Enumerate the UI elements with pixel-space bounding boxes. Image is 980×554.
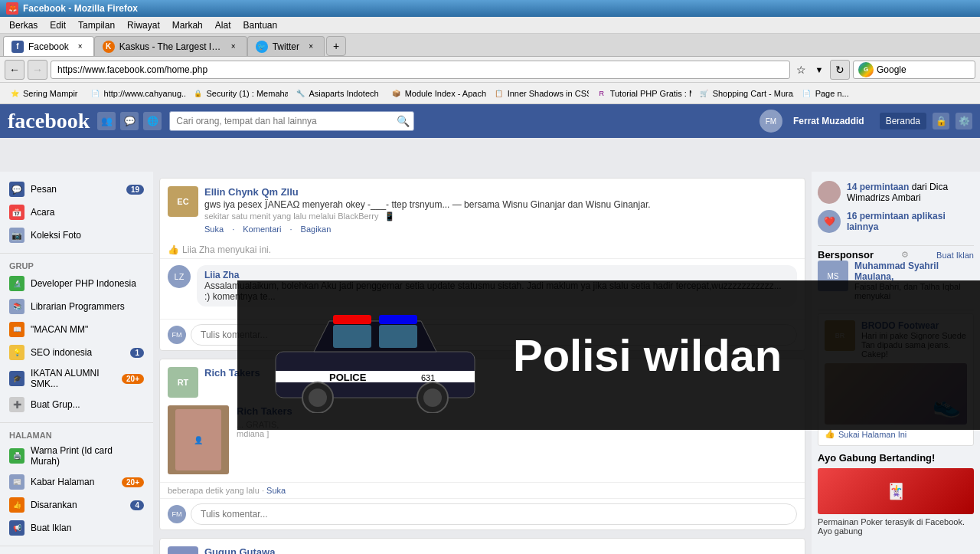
poker-text: Permainan Poker terasyik di Facebook. Ay… xyxy=(818,517,974,536)
sidebar-item-macan[interactable]: 📖 "MACAN MM" xyxy=(0,318,153,341)
bookmark-asiaparts[interactable]: 🔧 Asiaparts Indotech xyxy=(291,87,384,100)
sidebar-item-alumni[interactable]: 🎓 IKATAN ALUMNI SMK... 20+ xyxy=(0,364,153,393)
post-rich-time: beberapa detik yang lalu · Suka xyxy=(160,482,805,498)
sidebar-item-dev-php[interactable]: 🔬 Developer PHP Indonesia xyxy=(0,272,153,295)
post-action-separator2: · xyxy=(289,225,292,234)
fb-gear-icon[interactable]: ⚙️ xyxy=(956,113,972,129)
sidebar-label-seo: SEO indonesia xyxy=(31,347,92,358)
fb-messages-icon[interactable]: 💬 xyxy=(120,112,139,130)
bookmark-module-index[interactable]: 📦 Module Index - Apach... xyxy=(387,87,486,100)
post-image-rich: 👤 xyxy=(168,405,229,474)
menu-edit[interactable]: Edit xyxy=(44,18,72,32)
fb-lock-icon[interactable]: 🔒 xyxy=(933,113,949,129)
post-meta-gugun: Gugun Gutawa (_`)ck!..(_`)ck!.. xyxy=(204,546,797,554)
sidebar-item-buat-iklan[interactable]: 📢 Buat Iklan xyxy=(0,516,153,539)
sidebar-icon-librarian: 📚 xyxy=(9,299,24,314)
post-action-suka[interactable]: Suka xyxy=(204,225,224,234)
tab-close-facebook[interactable]: × xyxy=(75,41,86,52)
fb-user-name[interactable]: Ferrat Muzaddid xyxy=(793,116,864,126)
bookmark-security[interactable]: 🔒 Security (1) : Memaha... xyxy=(188,87,288,100)
bookmark-label-shopping: Shopping Cart - Mura... xyxy=(713,89,794,98)
refresh-button[interactable]: ↻ xyxy=(830,60,850,80)
comment-name-liia[interactable]: Liia Zha xyxy=(204,270,239,280)
sidebar-icon-acara: 📅 xyxy=(9,205,24,220)
brodo-like-button[interactable]: 👍 Sukai Halaman Ini xyxy=(825,429,967,439)
sidebar-item-koleksi-foto[interactable]: 📷 Koleksi Foto xyxy=(0,224,153,247)
menu-riwayat[interactable]: Riwayat xyxy=(121,18,166,32)
comment-input-rich[interactable] xyxy=(191,503,797,525)
post-action-komentari[interactable]: Komentari xyxy=(243,225,281,234)
sidebar-item-pesan[interactable]: 💬 Pesan 19 xyxy=(0,178,153,201)
tab-close-kaskus[interactable]: × xyxy=(228,41,239,52)
menu-tampilan[interactable]: Tampilan xyxy=(72,18,121,32)
bookmark-cahyanug[interactable]: 📄 http://www.cahyanug... xyxy=(86,87,185,100)
post-rich-like-action[interactable]: Suka xyxy=(266,486,286,495)
window-title: Facebook - Mozilla Firefox xyxy=(23,3,138,14)
bookmark-sering-mampir[interactable]: ⭐ Sering Mampir xyxy=(5,87,83,100)
svg-rect-10 xyxy=(333,325,371,348)
fb-search-input[interactable] xyxy=(169,111,414,131)
menu-bantuan[interactable]: Bantuan xyxy=(237,18,283,32)
post-name-ellin[interactable]: Ellin Chynk Qm Zllu xyxy=(204,186,797,198)
sidebar-item-warna-print[interactable]: 🖨️ Warna Print (Id card Murah) xyxy=(0,441,153,470)
sidebar-label-warna-print: Warna Print (Id card Murah) xyxy=(31,445,144,467)
sidebar-label-koleksi: Koleksi Foto xyxy=(31,230,81,241)
bookmark-favicon-security: 🔒 xyxy=(193,88,204,99)
sidebar-label-macan: "MACAN MM" xyxy=(31,324,88,335)
fb-beranda-link[interactable]: Beranda xyxy=(880,113,926,129)
sponsor-name-1[interactable]: Muhammad Syahril Maulana, xyxy=(854,261,974,282)
bookmark-star-icon[interactable]: ☆ xyxy=(793,62,808,77)
tab-close-twitter[interactable]: × xyxy=(305,41,316,52)
sidebar-item-kabar-halaman[interactable]: 📰 Kabar Halaman 20+ xyxy=(0,470,153,493)
app-requests-label[interactable]: 16 permintaan aplikasi lainnya xyxy=(847,211,974,232)
back-button[interactable]: ← xyxy=(5,60,24,80)
bookmark-label-module: Module Index - Apach... xyxy=(405,89,486,98)
bookmark-favicon-pagen: 📄 xyxy=(802,88,812,99)
requests-count[interactable]: 14 permintaan xyxy=(847,182,909,192)
bookmark-shopping-cart[interactable]: 🛒 Shopping Cart - Mura... xyxy=(694,87,794,100)
bookmark-favicon-asiaparts: 🔧 xyxy=(296,88,306,99)
sidebar-item-acara[interactable]: 📅 Acara xyxy=(0,201,153,224)
sidebar-icon-buat-iklan: 📢 xyxy=(9,520,24,536)
fb-search-bar: 🔍 xyxy=(169,111,414,131)
post-name-gugun[interactable]: Gugun Gutawa xyxy=(204,546,797,554)
browser-favicon: 🦊 xyxy=(6,2,18,15)
post-action-bagikan[interactable]: Bagikan xyxy=(301,225,332,234)
post-header-gugun: GG Gugun Gutawa (_`)ck!..(_`)ck!.. xyxy=(160,539,805,554)
sidebar-icon-macan: 📖 xyxy=(9,322,24,337)
forward-button[interactable]: → xyxy=(28,60,47,80)
fb-friends-icon[interactable]: 👥 xyxy=(97,112,116,130)
tab-kaskus[interactable]: K Kaskus - The Largest Indonesian Commu.… xyxy=(94,36,247,56)
sidebar-item-librarian[interactable]: 📚 Librarian Programmers xyxy=(0,295,153,318)
tab-twitter[interactable]: 🐦 Twitter × xyxy=(247,36,325,56)
create-ad-link[interactable]: Buat Iklan xyxy=(936,251,974,260)
tab-facebook[interactable]: f Facebook × xyxy=(3,36,94,56)
menu-alat[interactable]: Alat xyxy=(209,18,237,32)
sidebar-item-disarankan[interactable]: 👍 Disarankan 4 xyxy=(0,493,153,516)
bookmark-favicon-module: 📦 xyxy=(391,88,402,99)
sidebar-item-buat-grup[interactable]: ➕ Buat Grup... xyxy=(0,393,153,416)
sidebar-item-seo[interactable]: 💡 SEO indonesia 1 xyxy=(0,341,153,364)
google-search[interactable]: G Google xyxy=(853,61,975,79)
post-avatar-rich: RT xyxy=(168,367,198,398)
facebook-header: facebook 👥 💬 🌐 🔍 FM Ferrat Muzaddid Bera… xyxy=(0,104,980,138)
tab-favicon-kaskus: K xyxy=(103,41,115,53)
main-layout: facebook 👥 💬 🌐 🔍 FM Ferrat Muzaddid Bera… xyxy=(0,104,980,554)
brodo-like-label: Sukai Halaman Ini xyxy=(838,430,906,439)
menu-markah[interactable]: Markah xyxy=(166,18,209,32)
fb-globe-icon[interactable]: 🌐 xyxy=(143,112,162,130)
bookmarks-bar: ⭐ Sering Mampir 📄 http://www.cahyanug...… xyxy=(0,83,980,104)
url-input[interactable] xyxy=(51,61,790,79)
bookmark-inner-shadows[interactable]: 📋 Inner Shadows in CSS... xyxy=(489,87,589,100)
sidebar-label-pesan: Pesan xyxy=(31,184,57,195)
sidebar-badge-disarankan: 4 xyxy=(130,500,144,510)
friend-request-item: 14 permintaan dari Dica Wimadrizs Ambari xyxy=(818,178,974,207)
bookmark-page-n[interactable]: 📄 Page n... xyxy=(797,87,854,100)
new-tab-button[interactable]: + xyxy=(326,36,346,56)
sidebar-icon-kabar-halaman: 📰 xyxy=(9,474,24,490)
fb-search-icon: 🔍 xyxy=(397,115,410,127)
menu-berkas[interactable]: Berkas xyxy=(3,18,44,32)
bookmark-star2-icon[interactable]: ▼ xyxy=(812,62,827,77)
fb-header-icons: 👥 💬 🌐 xyxy=(97,112,162,130)
bookmark-tutorial-php[interactable]: R Tutorial PHP Gratis : M... xyxy=(592,87,691,100)
